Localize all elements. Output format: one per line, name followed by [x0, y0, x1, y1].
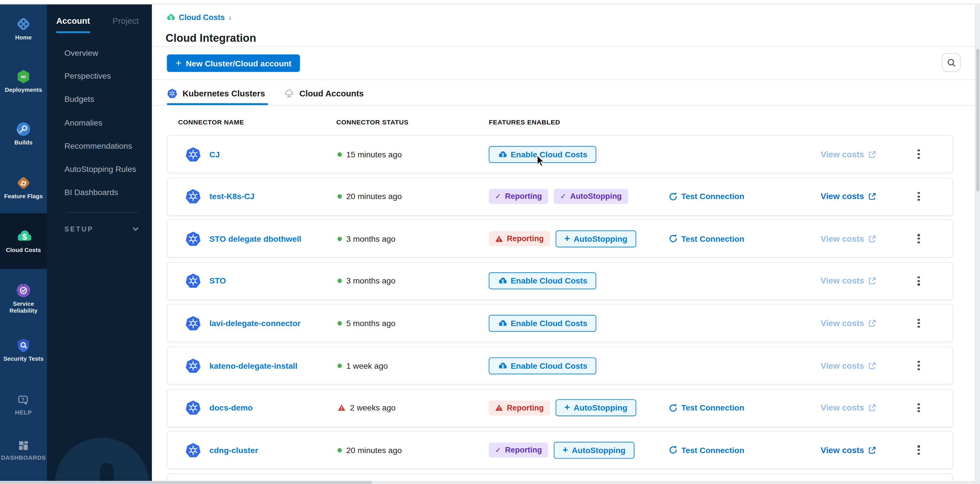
- deployments-icon: ∞: [0, 69, 47, 85]
- tab-cloud-accounts[interactable]: Cloud Accounts: [284, 88, 364, 98]
- tab-account[interactable]: Account: [56, 16, 90, 33]
- search-button[interactable]: [942, 53, 961, 72]
- warning-icon: [495, 404, 503, 412]
- sidebar-divider: [66, 212, 138, 212]
- enable-cloud-costs-button[interactable]: $Enable Cloud Costs: [489, 145, 597, 163]
- sidebar-item-service-reliability[interactable]: Service Reliability: [0, 283, 47, 315]
- cloud-dollar-icon: $: [498, 319, 507, 328]
- test-connection-link[interactable]: Test Connection: [669, 192, 744, 201]
- view-costs-link[interactable]: View costs: [821, 361, 876, 370]
- view-costs-link[interactable]: View costs: [821, 150, 876, 159]
- connector-status: 20 minutes ago: [337, 446, 402, 455]
- status-text: 15 minutes ago: [346, 150, 402, 159]
- view-costs-link[interactable]: View costs: [821, 234, 876, 243]
- sidebar-item-dashboards[interactable]: DASHBOARDS: [0, 439, 47, 462]
- view-costs-label: View costs: [821, 361, 864, 370]
- view-costs-link[interactable]: View costs: [821, 276, 876, 286]
- view-costs-label: View costs: [821, 319, 864, 328]
- connector-status: 1 week ago: [337, 361, 388, 370]
- horizontal-scrollbar-thumb[interactable]: [0, 481, 372, 484]
- status-ok-dot: [337, 321, 342, 325]
- status-text: 20 minutes ago: [346, 192, 402, 201]
- connector-name-link[interactable]: docs-demo: [209, 403, 253, 412]
- column-header-connector-status: CONNECTOR STATUS: [336, 118, 409, 126]
- sidebar-item-autostopping-rules[interactable]: AutoStopping Rules: [47, 158, 152, 181]
- active-tab-indicator: [167, 103, 268, 105]
- view-costs-link[interactable]: View costs: [821, 446, 876, 455]
- sidebar-item-help[interactable]: ? HELP: [0, 394, 47, 417]
- row-menu-button[interactable]: [913, 398, 925, 417]
- row-menu-button[interactable]: [913, 314, 925, 333]
- nav-rail: Home ∞ Deployments Builds Feature Flags: [0, 0, 47, 484]
- row-menu-button[interactable]: [913, 272, 925, 290]
- warning-icon: [495, 235, 503, 243]
- connector-name-link[interactable]: STO: [209, 276, 226, 286]
- view-costs-link[interactable]: View costs: [821, 192, 876, 201]
- kubernetes-icon: [185, 188, 201, 204]
- autostopping-add-button[interactable]: +AutoStopping: [556, 230, 636, 247]
- plus-icon: +: [563, 444, 568, 455]
- test-connection-link[interactable]: Test Connection: [669, 234, 744, 243]
- tab-kubernetes-clusters[interactable]: Kubernetes Clusters: [167, 88, 265, 98]
- status-text: 1 week ago: [346, 361, 388, 370]
- test-connection-link[interactable]: Test Connection: [669, 446, 744, 455]
- view-costs-link[interactable]: View costs: [821, 319, 876, 328]
- status-ok-dot: [337, 448, 342, 452]
- setup-section-toggle[interactable]: SETUP: [64, 221, 139, 236]
- breadcrumb-cloud-costs-link[interactable]: Cloud Costs: [179, 13, 225, 22]
- sidebar-item-builds[interactable]: Builds: [0, 121, 47, 146]
- cloud-network-icon: [284, 88, 294, 98]
- connector-name-link[interactable]: test-K8s-CJ: [209, 192, 255, 201]
- kubernetes-icon: [167, 88, 178, 98]
- row-menu-button[interactable]: [913, 229, 925, 248]
- vertical-scrollbar[interactable]: [975, 5, 980, 484]
- sidebar-item-anomalies[interactable]: Anomalies: [47, 111, 152, 134]
- tab-project[interactable]: Project: [113, 16, 139, 26]
- kubernetes-icon: [185, 442, 201, 458]
- status-text: 3 months ago: [346, 276, 395, 286]
- connector-name-link[interactable]: cdng-cluster: [209, 446, 258, 455]
- sidebar-menu: Overview Perspectives Budgets Anomalies …: [47, 41, 152, 204]
- status-ok-dot: [337, 194, 342, 198]
- external-link-icon: [868, 277, 876, 285]
- external-link-icon: [868, 235, 876, 243]
- sidebar-item-bi-dashboards[interactable]: BI Dashboards: [47, 181, 152, 204]
- connector-name-link[interactable]: lavi-delegate-connector: [209, 319, 301, 328]
- new-cluster-cloud-account-button[interactable]: + New Cluster/Cloud account: [167, 54, 300, 72]
- enable-cloud-costs-button[interactable]: $Enable Cloud Costs: [489, 273, 597, 289]
- sidebar-item-cloud-costs[interactable]: $ Cloud Costs: [0, 213, 47, 269]
- sidebar-item-home[interactable]: Home: [0, 16, 47, 41]
- horizontal-scrollbar[interactable]: [0, 481, 980, 484]
- reporting-badge: ✓Reporting: [489, 442, 548, 457]
- svg-text:∞: ∞: [21, 72, 26, 80]
- app-window: Home ∞ Deployments Builds Feature Flags: [0, 0, 980, 484]
- connector-name-link[interactable]: kateno-delegate-install: [209, 361, 298, 370]
- autostopping-badge: ✓AutoStopping: [554, 189, 628, 204]
- row-menu-button[interactable]: [913, 356, 925, 375]
- sidebar-item-security-tests[interactable]: Security Tests: [0, 338, 47, 363]
- connector-name-link[interactable]: CJ: [209, 150, 220, 159]
- sidebar-item-recommendations[interactable]: Recommendations: [47, 134, 152, 157]
- row-menu-button[interactable]: [913, 187, 925, 206]
- autostopping-add-button[interactable]: +AutoStopping: [554, 442, 634, 458]
- connector-name-link[interactable]: STO delegate dbothwell: [209, 234, 301, 243]
- sidebar-item-budgets[interactable]: Budgets: [47, 88, 152, 111]
- enable-cloud-costs-button[interactable]: $Enable Cloud Costs: [489, 315, 597, 332]
- view-costs-link[interactable]: View costs: [821, 403, 876, 412]
- cloud-dollar-icon: $: [165, 13, 175, 22]
- refresh-icon: [669, 192, 678, 201]
- row-menu-button[interactable]: [913, 441, 925, 460]
- vertical-scrollbar-thumb[interactable]: [976, 49, 979, 192]
- refresh-icon: [669, 403, 678, 412]
- sidebar-item-feature-flags[interactable]: Feature Flags: [0, 175, 47, 200]
- sidebar-item-perspectives[interactable]: Perspectives: [47, 65, 152, 88]
- autostopping-add-button[interactable]: +AutoStopping: [556, 399, 636, 416]
- row-menu-button[interactable]: [913, 145, 925, 164]
- sidebar-item-deployments[interactable]: ∞ Deployments: [0, 69, 47, 94]
- dashboards-grid-icon: [0, 439, 47, 452]
- sidebar-item-overview[interactable]: Overview: [47, 41, 152, 64]
- test-connection-link[interactable]: Test Connection: [669, 403, 744, 412]
- test-connection-label: Test Connection: [681, 192, 745, 201]
- enable-cloud-costs-button[interactable]: $Enable Cloud Costs: [489, 357, 597, 374]
- refresh-icon: [669, 446, 678, 455]
